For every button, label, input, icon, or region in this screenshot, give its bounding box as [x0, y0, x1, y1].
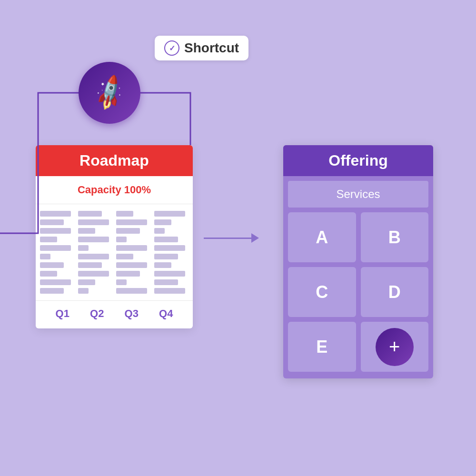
bar: [154, 288, 185, 294]
bar: [116, 211, 133, 217]
plus-icon: +: [389, 336, 400, 357]
bar: [40, 237, 57, 242]
roadmap-header: Roadmap: [36, 145, 193, 176]
services-row: Services: [288, 181, 428, 208]
bar: [116, 245, 147, 251]
rocket-icon: 🚀: [89, 72, 130, 113]
arrow-line: [204, 238, 251, 239]
service-item-a[interactable]: A: [288, 212, 356, 262]
service-item-b[interactable]: B: [361, 212, 429, 262]
main-container: ✓ Shortcut 🚀 Roadmap Capacity 100%: [0, 0, 476, 476]
bar: [78, 288, 89, 294]
bar: [78, 279, 95, 285]
roadmap-grid: [36, 204, 193, 300]
bar: [154, 262, 171, 268]
bar: [116, 254, 133, 259]
bar: [154, 254, 178, 259]
roadmap-col-q3: [114, 209, 152, 296]
bar: [116, 271, 140, 277]
service-item-c[interactable]: C: [288, 267, 356, 317]
services-grid: A B C D E +: [283, 208, 433, 378]
roadmap-col-q2: [76, 209, 114, 296]
roadmap-quarters: Q1 Q2 Q3 Q4: [36, 300, 193, 328]
quarter-q1: Q1: [56, 307, 69, 320]
bar: [78, 211, 102, 217]
roadmap-card: Roadmap Capacity 100%: [36, 145, 193, 328]
shortcut-check-icon: ✓: [164, 40, 179, 56]
bar: [116, 262, 147, 268]
service-add-cell: +: [361, 322, 429, 372]
offering-card: Offering Services A B C D E +: [283, 145, 433, 378]
bar: [78, 228, 95, 234]
bar: [40, 288, 64, 294]
roadmap-capacity-row: Capacity 100%: [36, 176, 193, 204]
services-label: Services: [336, 188, 380, 200]
bar: [40, 262, 64, 268]
arrow-container: [204, 233, 259, 243]
roadmap-col-q1: [38, 209, 76, 296]
bar: [40, 211, 71, 217]
bar: [116, 219, 147, 225]
bar: [116, 279, 127, 285]
bar: [40, 219, 64, 225]
arrow-head: [251, 233, 259, 243]
bar: [116, 237, 127, 242]
offering-title: Offering: [328, 152, 387, 169]
bar: [154, 211, 185, 217]
rocket-circle: 🚀: [79, 62, 140, 124]
bar: [78, 245, 89, 251]
bar: [78, 219, 109, 225]
shortcut-label: Shortcut: [184, 40, 239, 56]
bar: [40, 279, 71, 285]
bar: [154, 279, 178, 285]
service-item-d[interactable]: D: [361, 267, 429, 317]
bar: [154, 219, 171, 225]
capacity-text: Capacity 100%: [78, 184, 151, 196]
add-service-button[interactable]: +: [376, 328, 414, 366]
shortcut-badge[interactable]: ✓ Shortcut: [155, 36, 248, 60]
bar: [154, 245, 185, 251]
bar: [78, 271, 109, 277]
bar: [154, 271, 185, 277]
service-item-e[interactable]: E: [288, 322, 356, 372]
quarter-q4: Q4: [159, 307, 173, 320]
quarter-q2: Q2: [90, 307, 104, 320]
offering-header: Offering: [283, 145, 433, 176]
bar: [40, 254, 50, 259]
bar: [116, 288, 147, 294]
quarter-q3: Q3: [125, 307, 139, 320]
bar: [154, 237, 178, 242]
roadmap-col-q4: [152, 209, 190, 296]
roadmap-title: Roadmap: [79, 152, 149, 169]
bar: [78, 237, 109, 242]
bar: [154, 228, 165, 234]
bar: [116, 228, 140, 234]
bar: [40, 245, 71, 251]
bar: [40, 271, 57, 277]
bar: [40, 228, 71, 234]
bar: [78, 262, 102, 268]
bar: [78, 254, 109, 259]
